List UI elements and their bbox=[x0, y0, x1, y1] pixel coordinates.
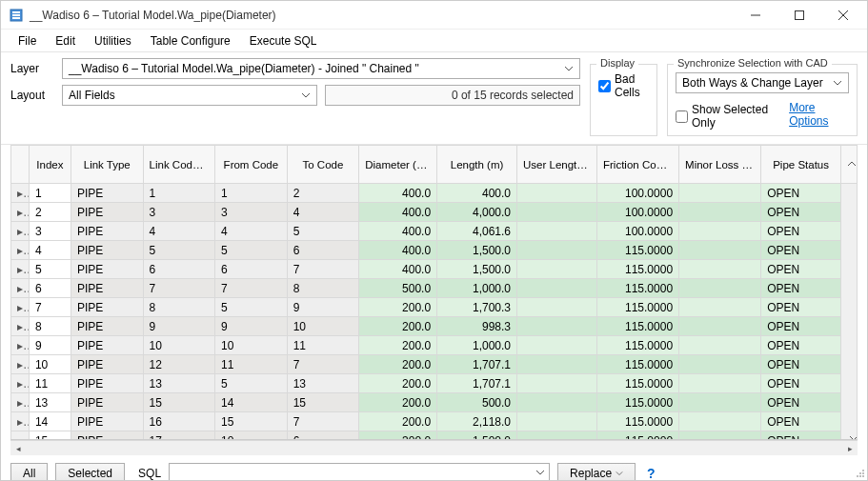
cell-friction[interactable]: 115.0000 bbox=[597, 279, 679, 298]
cell-diameter[interactable]: 200.0 bbox=[359, 393, 437, 412]
cell-index[interactable]: 15 bbox=[29, 431, 71, 441]
row-handle-icon[interactable]: ▸ bbox=[11, 203, 30, 222]
cell-link-code[interactable]: 3 bbox=[143, 203, 215, 222]
cell-link-type[interactable]: PIPE bbox=[71, 279, 143, 298]
header-diameter[interactable]: Diameter (mm) bbox=[359, 146, 437, 184]
cell-from-code[interactable]: 15 bbox=[215, 412, 288, 431]
header-length[interactable]: Length (m) bbox=[437, 146, 517, 184]
cell-link-code[interactable]: 16 bbox=[143, 412, 215, 431]
cell-to-code[interactable]: 6 bbox=[287, 431, 359, 441]
row-handle-icon[interactable]: ▸ bbox=[11, 317, 30, 336]
row-handle-icon[interactable]: ▸ bbox=[11, 393, 30, 412]
cell-link-code[interactable]: 12 bbox=[143, 355, 215, 374]
table-row[interactable]: ▸13PIPE151415200.0500.0115.0000OPEN bbox=[11, 393, 858, 412]
cell-link-code[interactable]: 8 bbox=[143, 298, 215, 317]
cell-pipe-status[interactable]: OPEN bbox=[761, 374, 841, 393]
cell-user-length[interactable] bbox=[517, 222, 597, 241]
cell-link-code[interactable]: 10 bbox=[143, 336, 215, 355]
table-row[interactable]: ▸1PIPE112400.0400.0100.0000OPEN bbox=[11, 184, 858, 203]
header-link-code[interactable]: Link Code▲ bbox=[143, 146, 215, 184]
cell-diameter[interactable]: 200.0 bbox=[359, 298, 437, 317]
cell-minor-loss[interactable] bbox=[679, 412, 761, 431]
cell-length[interactable]: 1,500.0 bbox=[437, 241, 517, 260]
cell-to-code[interactable]: 4 bbox=[287, 203, 359, 222]
cell-index[interactable]: 8 bbox=[29, 317, 71, 336]
table-row[interactable]: ▸6PIPE778500.01,000.0115.0000OPEN bbox=[11, 279, 858, 298]
cell-diameter[interactable]: 300.0 bbox=[359, 431, 437, 441]
row-handle-icon[interactable]: ▸ bbox=[11, 241, 30, 260]
cell-user-length[interactable] bbox=[517, 279, 597, 298]
header-from-code[interactable]: From Code bbox=[215, 146, 288, 184]
close-button[interactable] bbox=[821, 1, 865, 30]
cell-to-code[interactable]: 8 bbox=[287, 279, 359, 298]
cell-user-length[interactable] bbox=[517, 184, 597, 203]
cell-length[interactable]: 1,500.0 bbox=[437, 260, 517, 279]
vscroll-up-icon[interactable] bbox=[841, 146, 858, 184]
menu-execute-sql[interactable]: Execute SQL bbox=[240, 31, 327, 50]
cell-friction[interactable]: 115.0000 bbox=[597, 374, 679, 393]
cell-from-code[interactable]: 6 bbox=[215, 260, 288, 279]
row-handle-icon[interactable]: ▸ bbox=[11, 431, 30, 441]
cell-length[interactable]: 500.0 bbox=[437, 393, 517, 412]
cell-from-code[interactable]: 5 bbox=[215, 241, 288, 260]
cell-pipe-status[interactable]: OPEN bbox=[761, 336, 841, 355]
cell-to-code[interactable]: 9 bbox=[287, 298, 359, 317]
cell-diameter[interactable]: 400.0 bbox=[359, 241, 437, 260]
cell-pipe-status[interactable]: OPEN bbox=[761, 431, 841, 441]
cell-link-type[interactable]: PIPE bbox=[71, 336, 143, 355]
menu-utilities[interactable]: Utilities bbox=[85, 31, 141, 50]
table-row[interactable]: ▸5PIPE667400.01,500.0115.0000OPEN bbox=[11, 260, 858, 279]
cell-minor-loss[interactable] bbox=[679, 317, 761, 336]
cell-link-code[interactable]: 9 bbox=[143, 317, 215, 336]
cell-minor-loss[interactable] bbox=[679, 393, 761, 412]
cell-from-code[interactable]: 5 bbox=[215, 374, 288, 393]
header-to-code[interactable]: To Code bbox=[287, 146, 359, 184]
bad-cells-check-input[interactable] bbox=[598, 80, 611, 92]
cell-index[interactable]: 2 bbox=[29, 203, 71, 222]
cell-user-length[interactable] bbox=[517, 393, 597, 412]
vertical-scrollbar[interactable] bbox=[841, 184, 858, 441]
cell-index[interactable]: 10 bbox=[29, 355, 71, 374]
cell-friction[interactable]: 100.0000 bbox=[597, 184, 679, 203]
cell-index[interactable]: 1 bbox=[29, 184, 71, 203]
table-row[interactable]: ▸11PIPE13513200.01,707.1115.0000OPEN bbox=[11, 374, 858, 393]
cell-friction[interactable]: 115.0000 bbox=[597, 355, 679, 374]
cell-user-length[interactable] bbox=[517, 317, 597, 336]
cell-length[interactable]: 4,000.0 bbox=[437, 203, 517, 222]
table-row[interactable]: ▸9PIPE101011200.01,000.0115.0000OPEN bbox=[11, 336, 858, 355]
layer-combo[interactable]: __Wadiso 6 – Tutorial Model.Wa_pipe(Diam… bbox=[62, 58, 580, 79]
cell-minor-loss[interactable] bbox=[679, 260, 761, 279]
cell-from-code[interactable]: 10 bbox=[215, 431, 288, 441]
all-button[interactable]: All bbox=[10, 463, 48, 481]
more-options-link[interactable]: More Options bbox=[789, 101, 849, 128]
cell-link-code[interactable]: 4 bbox=[143, 222, 215, 241]
row-handle-icon[interactable]: ▸ bbox=[11, 184, 30, 203]
cell-user-length[interactable] bbox=[517, 431, 597, 441]
cell-pipe-status[interactable]: OPEN bbox=[761, 355, 841, 374]
scroll-left-icon[interactable]: ◂ bbox=[10, 441, 26, 456]
table-row[interactable]: ▸10PIPE12117200.01,707.1115.0000OPEN bbox=[11, 355, 858, 374]
show-selected-check-input[interactable] bbox=[676, 110, 688, 123]
cell-friction[interactable]: 115.0000 bbox=[597, 241, 679, 260]
cell-link-type[interactable]: PIPE bbox=[71, 298, 143, 317]
row-handle-icon[interactable]: ▸ bbox=[11, 336, 30, 355]
layout-combo[interactable]: All Fields bbox=[62, 85, 317, 106]
cell-length[interactable]: 1,000.0 bbox=[437, 279, 517, 298]
cell-to-code[interactable]: 11 bbox=[287, 336, 359, 355]
cell-index[interactable]: 5 bbox=[29, 260, 71, 279]
replace-button[interactable]: Replace bbox=[557, 463, 636, 481]
cell-length[interactable]: 4,061.6 bbox=[437, 222, 517, 241]
cell-from-code[interactable]: 7 bbox=[215, 279, 288, 298]
table-row[interactable]: ▸2PIPE334400.04,000.0100.0000OPEN bbox=[11, 203, 858, 222]
cell-friction[interactable]: 115.0000 bbox=[597, 431, 679, 441]
cell-link-type[interactable]: PIPE bbox=[71, 184, 143, 203]
cell-friction[interactable]: 100.0000 bbox=[597, 222, 679, 241]
cell-friction[interactable]: 115.0000 bbox=[597, 317, 679, 336]
cell-length[interactable]: 400.0 bbox=[437, 184, 517, 203]
cell-diameter[interactable]: 200.0 bbox=[359, 317, 437, 336]
cell-from-code[interactable]: 3 bbox=[215, 203, 288, 222]
cell-from-code[interactable]: 9 bbox=[215, 317, 288, 336]
cell-from-code[interactable]: 1 bbox=[215, 184, 288, 203]
cell-link-type[interactable]: PIPE bbox=[71, 355, 143, 374]
cell-length[interactable]: 1,707.1 bbox=[437, 355, 517, 374]
